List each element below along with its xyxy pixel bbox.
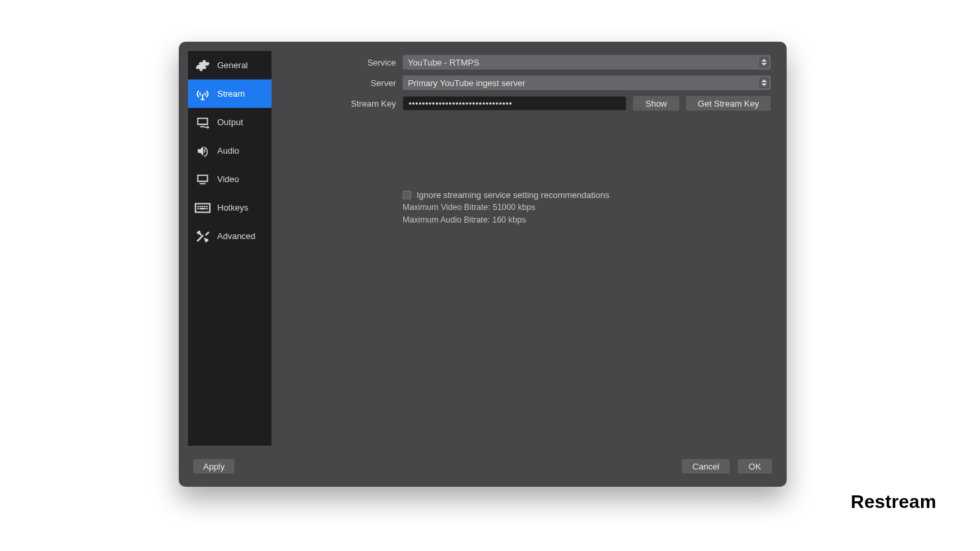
show-button[interactable]: Show <box>633 96 679 111</box>
server-label: Server <box>283 78 396 88</box>
server-dropdown[interactable]: Primary YouTube ingest server <box>403 75 771 90</box>
ignore-recommendations-label: Ignore streaming service setting recomme… <box>416 190 609 200</box>
service-label: Service <box>283 58 396 68</box>
stepper-icon <box>760 57 769 68</box>
max-audio-bitrate-text: Maximum Audio Bitrate: 160 kbps <box>403 215 771 225</box>
stream-settings-panel: Service YouTube - RTMPS Server Primary Y… <box>271 42 787 455</box>
sidebar-item-output[interactable]: Output <box>188 108 271 136</box>
window-body: General Stream Output Audio <box>179 42 787 455</box>
sidebar-item-label: Stream <box>217 89 245 99</box>
service-value: YouTube - RTMPS <box>408 58 479 68</box>
service-row: Service YouTube - RTMPS <box>283 55 771 70</box>
ignore-recommendations-row[interactable]: Ignore streaming service setting recomme… <box>403 190 771 200</box>
broadcast-icon <box>193 87 212 101</box>
sidebar-item-stream[interactable]: Stream <box>188 79 271 108</box>
speaker-icon <box>193 144 212 158</box>
sidebar-item-label: General <box>217 60 248 70</box>
settings-window: General Stream Output Audio <box>179 42 787 487</box>
streamkey-value: ••••••••••••••••••••••••••••••• <box>409 99 513 109</box>
sidebar-item-label: Audio <box>217 146 239 156</box>
sidebar-item-video[interactable]: Video <box>188 165 271 193</box>
streamkey-row: Stream Key •••••••••••••••••••••••••••••… <box>283 96 771 111</box>
sidebar-item-label: Video <box>217 174 239 184</box>
sidebar-item-advanced[interactable]: Advanced <box>188 222 271 250</box>
sidebar-item-general[interactable]: General <box>188 51 271 79</box>
monitor-icon <box>193 172 212 187</box>
sidebar-item-label: Hotkeys <box>217 203 248 213</box>
ignore-recommendations-checkbox[interactable] <box>403 191 411 199</box>
max-video-bitrate-text: Maximum Video Bitrate: 51000 kbps <box>403 203 771 213</box>
get-stream-key-button[interactable]: Get Stream Key <box>686 96 771 111</box>
sidebar-item-hotkeys[interactable]: Hotkeys <box>188 193 271 222</box>
server-row: Server Primary YouTube ingest server <box>283 75 771 90</box>
gear-icon <box>193 58 212 73</box>
streamkey-label: Stream Key <box>283 99 396 109</box>
dialog-footer: Apply Cancel OK <box>179 455 787 487</box>
streamkey-input[interactable]: ••••••••••••••••••••••••••••••• <box>403 96 626 111</box>
tools-icon <box>193 229 212 244</box>
keyboard-icon <box>193 201 212 215</box>
apply-button[interactable]: Apply <box>193 459 234 474</box>
ok-button[interactable]: OK <box>738 459 772 474</box>
server-value: Primary YouTube ingest server <box>408 78 525 88</box>
stepper-icon <box>760 77 769 88</box>
service-dropdown[interactable]: YouTube - RTMPS <box>403 55 771 70</box>
settings-sidebar: General Stream Output Audio <box>188 51 271 446</box>
sidebar-item-label: Advanced <box>217 231 256 241</box>
restream-watermark: Restream <box>851 491 936 513</box>
output-icon <box>193 115 212 130</box>
sidebar-item-label: Output <box>217 117 243 127</box>
cancel-button[interactable]: Cancel <box>682 459 730 474</box>
sidebar-item-audio[interactable]: Audio <box>188 136 271 165</box>
